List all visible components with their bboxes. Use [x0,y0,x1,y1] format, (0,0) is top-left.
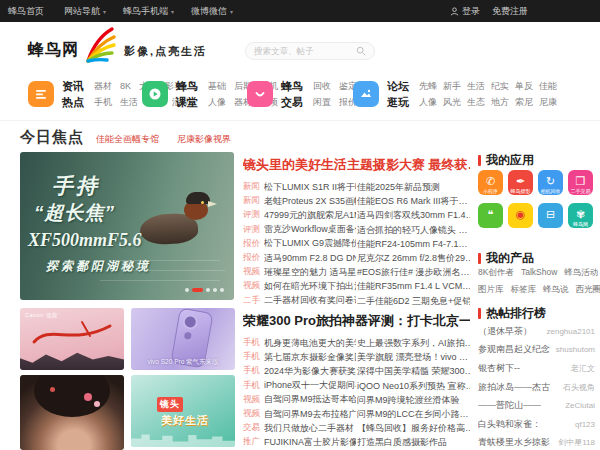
news-title-link[interactable]: 2024华为影像大赛获奖作… [264,365,356,378]
app-tile[interactable]: ◉ [508,203,533,228]
product-link[interactable]: 蜂鸟说 [543,284,569,296]
nav-label[interactable]: 课堂 [176,94,198,110]
app-tile[interactable]: ↻ 相机回收 [538,170,563,195]
nav-label[interactable]: 交易 [281,94,303,110]
hot-post-row[interactable]: ——普陀山—— ZeCiutai [478,396,595,415]
news-category-tag[interactable]: 报价 [243,238,264,250]
news-title-link[interactable]: 我们只做放心二手器材 [264,422,356,435]
carousel-dot[interactable] [220,288,224,292]
news-title-link[interactable]: 佳能2025年新品预测 [357,180,470,194]
nav-label[interactable]: 资讯 [62,78,84,94]
carousel-dot[interactable] [206,288,210,292]
topbar-link[interactable]: 网站导航 ▾ [64,5,106,18]
carousel-dot[interactable] [213,288,217,292]
news-title-link[interactable]: 佳能RF24-105mm F4-7.1… [357,237,470,251]
news-title-link[interactable]: #EOS旅行佳# 漫步欧洲名… [357,265,470,279]
news-category-tag[interactable]: 手机 [243,351,264,363]
hot-post-row[interactable]: （退休早茶） zenghua2101 [478,322,595,341]
news-title-link[interactable]: 问界M9的LCC在乡间小路… [357,407,470,421]
hot-post-row[interactable]: 旅拍冰岛——杰古沙龙湖 石头视角 [478,378,595,397]
nav-link[interactable]: 新手 [443,78,461,94]
news-title-link[interactable]: 【蜂鸟回收】服务好价格高… [357,421,470,435]
portrait-photo-card[interactable] [20,375,124,450]
news-category-tag[interactable]: 评测 [243,224,264,236]
news-category-tag[interactable]: 新闻 [243,195,264,207]
carousel-dot[interactable] [192,288,203,292]
nav-label[interactable]: 蜂鸟 [176,78,198,94]
news-category-tag[interactable]: 视频 [243,280,264,292]
login-button[interactable]: 登录 [450,5,480,18]
nav-link[interactable]: 人像 [419,94,437,110]
news-category-tag[interactable]: 交易 [243,422,264,434]
app-tile[interactable]: ✆ 小程序 [478,170,503,195]
news-title-link[interactable]: 打造黑白质感摄影作品 [357,435,470,449]
product-link[interactable]: 图片库 [478,284,504,296]
focus-link[interactable]: 佳能全画幅专馆 [96,133,159,146]
app-tile[interactable]: ✾ 蜂鸟网 [568,203,593,228]
news-title-link[interactable]: 松下LUMIX G9震撼降价 [264,237,356,250]
carousel-dot[interactable] [185,288,189,292]
news-category-tag[interactable]: 推广 [243,436,264,448]
life-contest-card[interactable]: 镜头 美好生活 [131,375,235,447]
topbar-link[interactable]: 微博微信 ▾ [191,5,233,18]
nav-label[interactable]: 论坛 [387,78,409,94]
news-title-link[interactable]: 老蛙Proteus 2X S35画幅… [264,195,356,208]
nav-link[interactable]: 索尼 [515,94,533,110]
nav-link[interactable]: 佳能 [539,78,557,94]
nav-link[interactable]: 闲置 [313,94,331,110]
news-title-link[interactable]: 适马四剑客双线30mm F1.4… [357,208,470,222]
news-title-link[interactable]: 二手器材回收有奖问卷调查 [264,294,356,307]
product-link[interactable]: 标签库 [511,284,537,296]
app-tile[interactable]: ❒ 二手交易 [568,170,593,195]
nav-label[interactable]: 逛玩 [387,94,409,110]
focus-link[interactable]: 尼康影像视界 [177,133,231,146]
nav-label[interactable]: 热点 [62,94,84,110]
search-input[interactable] [254,46,356,56]
hot-post-title[interactable]: ——普陀山—— [478,399,541,412]
news-icon[interactable] [28,81,54,107]
news-title-link[interactable]: iPhone双十一大促期间在… [264,379,356,392]
news-category-tag[interactable]: 评测 [243,209,264,221]
news-title-link[interactable]: 深得中国美学精髓 荣耀300… [357,364,470,378]
product-link[interactable]: 蜂鸟活动 [564,267,598,279]
hot-post-row[interactable]: 银杏树下-- 老汇文 [478,359,595,378]
news-title-link[interactable]: 自驾问界M9抵达哥本哈根 [264,393,356,406]
topbar-link[interactable]: 蜂鸟手机端 ▾ [123,5,174,18]
nav-link[interactable]: 回收 [313,78,331,94]
site-logo-text[interactable]: 蜂鸟网 [28,40,79,61]
app-tile[interactable]: ✒ 蜂鸟摄影 [508,170,533,195]
nav-link[interactable]: 地方 [491,94,509,110]
hot-post-title[interactable]: 青蚨楼里水乡掠影 [478,436,550,449]
product-link[interactable]: 8K创作者 [478,267,514,279]
news-title-link[interactable]: 雷克沙Workflow桌面备份… [264,223,356,236]
news-category-tag[interactable]: 手机 [243,337,264,349]
news-title-link[interactable]: FUJIKINA富士胶片影像周… [264,436,356,449]
register-button[interactable]: 免费注册 [492,5,528,18]
honor-review-headline-link[interactable]: 荣耀300 Pro旅拍神器评测：打卡北京一… [243,312,470,330]
nav-label[interactable]: 蜂鸟 [281,78,303,94]
news-title-link[interactable]: 问界M9跨境轮渡丝滑体验 [357,393,470,407]
news-title-link[interactable]: 史上最强数字系列，AI旅拍… [357,336,470,350]
news-title-link[interactable]: 适合抓拍的轻巧人像镜头 … [357,223,470,237]
app-tile[interactable]: ⊟ [538,203,563,228]
news-category-tag[interactable]: 手机 [243,365,264,377]
hot-post-row[interactable]: 白头鹎和家雀： qf123 [478,415,595,434]
news-title-link[interactable]: 机身更薄电池更大的美学… [264,337,356,350]
nav-link[interactable]: 生活 [467,78,485,94]
nav-link[interactable]: 单反 [515,78,533,94]
nav-link[interactable]: 8K [120,78,131,94]
canon-ad-card[interactable]: Canon 佳能 [20,308,124,370]
news-category-tag[interactable]: 手机 [243,380,264,392]
nav-link[interactable]: 纪实 [491,78,509,94]
hot-post-title[interactable]: 旅拍冰岛——杰古沙龙湖 [478,381,550,394]
news-category-tag[interactable]: 视频 [243,408,264,420]
hot-post-title[interactable]: 银杏树下-- [478,362,520,375]
news-title-link[interactable]: 自驾问界M9去布拉格广场… [264,408,356,421]
hot-post-title[interactable]: 白头鹎和家雀： [478,418,541,431]
topbar-link[interactable]: 蜂鸟首页 [8,5,47,18]
news-title-link[interactable]: 第七届京东摄影金像奖圆… [264,351,356,364]
news-category-tag[interactable]: 新闻 [243,181,264,193]
news-title-link[interactable]: 美学旗舰 漂亮登场！vivo … [357,350,470,364]
nav-link[interactable]: 器材 [94,78,112,94]
news-title-link[interactable]: 璀璨星空的魅力 适马星空… [264,266,356,279]
